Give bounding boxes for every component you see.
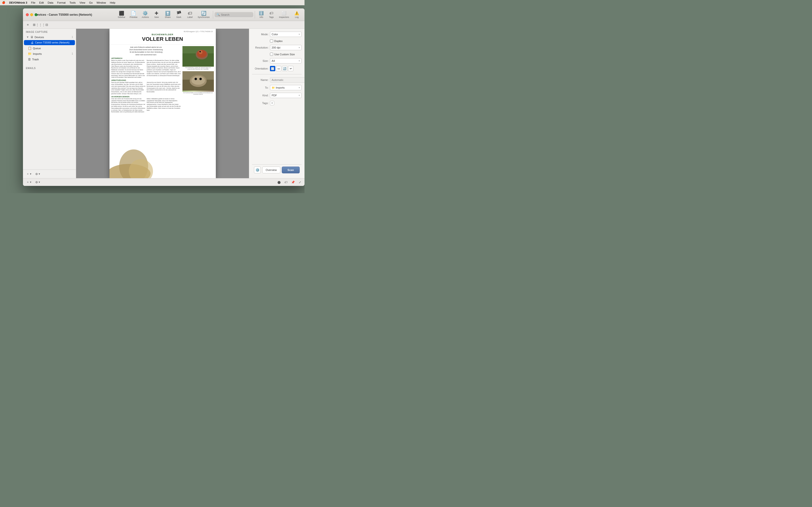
portrait-flip-btn[interactable]: 🔄 — [282, 66, 287, 71]
duplex-label[interactable]: Duplex — [274, 40, 283, 43]
size-select[interactable]: A4 ▾ — [270, 58, 302, 63]
mark-toolbar-btn[interactable]: 🏴 Mark — [173, 10, 184, 19]
kind-select[interactable]: PDF ▾ — [270, 93, 302, 98]
list-view-btn[interactable]: ≡ — [25, 22, 31, 28]
orientation-buttons: ⬜ ▭ 🔄 ↩ — [270, 66, 293, 71]
sidebar-toolbar-btn[interactable]: ⬛ Sidebar — [116, 10, 127, 19]
duplex-checkbox[interactable] — [270, 39, 273, 43]
new-toolbar-btn[interactable]: ✚ New — [151, 10, 162, 19]
gear-icon: ⚙️ — [255, 168, 260, 172]
landscape-btn[interactable]: ▭ — [276, 66, 281, 71]
expand-btn[interactable]: ⤢ — [297, 180, 303, 185]
settings-bottom-btn[interactable]: ⚙ ▾ — [34, 180, 42, 185]
custom-size-label[interactable]: Use Custom Size — [274, 53, 295, 56]
menu-edit[interactable]: Edit — [39, 1, 44, 4]
name-input[interactable] — [270, 77, 305, 82]
scan-button[interactable]: Scan — [282, 167, 300, 173]
main-content: Image Capture ▶ 🖥 Devices 1 🖨 Canon TS50… — [23, 29, 305, 178]
name-control — [270, 77, 305, 82]
to-chevron-icon: ▾ — [299, 87, 300, 89]
size-value: A4 — [272, 59, 275, 62]
circle-icon: ⬤ — [277, 181, 281, 184]
menu-format[interactable]: Format — [57, 1, 66, 4]
devices-label: Devices — [35, 36, 70, 39]
badger-caption: Der Kuchenschnäbler so ein Umweltbild un… — [183, 92, 214, 96]
pin-btn[interactable]: 📌 — [290, 180, 296, 185]
trash-label: Trash — [32, 58, 73, 61]
window-title: Devices - Canon TS5000 series (Network) — [23, 13, 116, 16]
resolution-row: Resolution: 200 dpi ▾ — [252, 45, 302, 50]
doc-body: Jede vierte Rotbuche weltweit wächst bei… — [109, 45, 216, 178]
settings-sidebar-btn[interactable]: ⚙ ▾ — [34, 171, 42, 177]
imports-count: 1 — [71, 52, 73, 55]
circle-btn[interactable]: ⬤ — [276, 180, 282, 185]
menu-data[interactable]: Data — [48, 1, 53, 4]
actions-toolbar-btn[interactable]: ⚙️ Actions — [140, 10, 151, 19]
bottom-bar: ＋ ▾ ⚙ ▾ ⬤ 🏷 📌 ⤢ — [23, 178, 305, 186]
svg-point-11 — [199, 78, 202, 80]
add-icon: ＋ — [27, 180, 29, 184]
doc-subhead-morgen: AN MORGEN DENKEN — [111, 96, 181, 98]
mode-row: Mode: Color ▾ — [252, 32, 302, 37]
doc-col-right: Kein Rotkehlchen, sondern der Zwergschnä… — [183, 46, 214, 178]
doc-col-left: Jede vierte Rotbuche weltweit wächst bei… — [111, 46, 181, 178]
add-sidebar-btn[interactable]: ＋ ▾ — [25, 171, 33, 177]
devices-disclosure[interactable]: ▶ — [27, 36, 29, 38]
resolution-select[interactable]: 200 dpi ▾ — [270, 45, 302, 50]
tags-toolbar-btn[interactable]: 🏷 Tags — [266, 10, 276, 19]
share-toolbar-btn[interactable]: ⬆️ Share — [162, 10, 173, 19]
menu-file[interactable]: File — [31, 1, 36, 4]
orientation-control: ⬜ ▭ 🔄 ↩ — [270, 66, 302, 71]
synchronize-toolbar-btn[interactable]: 🔄 Synchronize — [196, 10, 212, 19]
menu-bar: 🍎 DEVONthink 3 File Edit Data Format Too… — [0, 0, 305, 5]
search-bar-container: 🔍 — [215, 12, 253, 17]
sidebar-item-imports[interactable]: 📁 Imports 1 — [24, 51, 75, 56]
tags-row: Tags: + — [252, 101, 302, 106]
queue-label: Queue — [33, 47, 73, 50]
log-toolbar-btn[interactable]: ⚠️ Log — [292, 10, 302, 19]
to-select[interactable]: 📁 Imports ▾ — [270, 85, 302, 90]
portrait-btn[interactable]: ⬜ — [270, 66, 275, 71]
overview-button[interactable]: Overview — [262, 167, 280, 173]
tags-add-button[interactable]: + — [270, 101, 274, 105]
preview-toolbar-btn[interactable]: 📄 Preview — [128, 10, 139, 19]
apple-menu[interactable]: 🍎 — [2, 1, 5, 4]
name-row: Name: — [252, 77, 302, 82]
info-toolbar-btn[interactable]: ℹ️ Info — [256, 10, 266, 19]
log-icon: ⚠️ — [294, 11, 299, 15]
mode-label: Mode: — [252, 33, 268, 36]
size-label: Size: — [252, 59, 268, 62]
bird-caption: Kein Rotkehlchen, sondern der Zwergschnä… — [183, 67, 214, 70]
sidebar-item-trash[interactable]: 🗑 Trash — [24, 57, 75, 62]
to-control: 📁 Imports ▾ — [270, 85, 302, 90]
tag-bottom-btn[interactable]: 🏷 — [283, 180, 289, 185]
mode-select[interactable]: Color ▾ — [270, 32, 302, 37]
label-toolbar-btn[interactable]: 🏷 Label — [185, 10, 195, 19]
search-input[interactable] — [221, 13, 250, 16]
custom-size-checkbox[interactable] — [270, 53, 273, 56]
tag-bottom-icon: 🏷 — [285, 181, 287, 184]
split-view-btn[interactable]: ⊟ — [44, 22, 50, 28]
columns-view-btn[interactable]: ⋮⋮⋮ — [38, 22, 43, 28]
size-row: Size: A4 ▾ — [252, 58, 302, 63]
menu-go[interactable]: Go — [89, 1, 93, 4]
sidebar-item-queue[interactable]: 📋 Queue — [24, 46, 75, 51]
preview-icon: 📄 — [131, 11, 136, 15]
menu-view[interactable]: View — [80, 1, 85, 4]
menu-tools[interactable]: Tools — [69, 1, 75, 4]
sidebar-item-canon[interactable]: 🖨 Canon TS5000 series (Network) — [24, 40, 75, 45]
sidebar-icon: ⬛ — [119, 11, 124, 15]
menu-window[interactable]: Window — [96, 1, 106, 4]
mode-control: Color ▾ — [270, 32, 302, 37]
landscape-flip-btn[interactable]: ↩ — [288, 66, 293, 71]
add-bottom-btn[interactable]: ＋ ▾ — [25, 179, 33, 185]
menu-help[interactable]: Help — [110, 1, 115, 4]
sidebar-spacer — [23, 62, 76, 65]
new-icon: ✚ — [155, 11, 158, 15]
search-icon: 🔍 — [216, 13, 220, 16]
page-preview: BUNDmagazin 1|21 • TITELTHEMA 25 BUCHENW… — [109, 29, 216, 178]
sidebar-item-devices[interactable]: ▶ 🖥 Devices 1 — [24, 35, 75, 40]
inspector-gear-button[interactable]: ⚙️ — [254, 167, 261, 173]
inspectors-toolbar-btn[interactable]: ⬜ Inspectors — [276, 10, 292, 19]
app-name[interactable]: DEVONthink 3 — [9, 1, 27, 4]
